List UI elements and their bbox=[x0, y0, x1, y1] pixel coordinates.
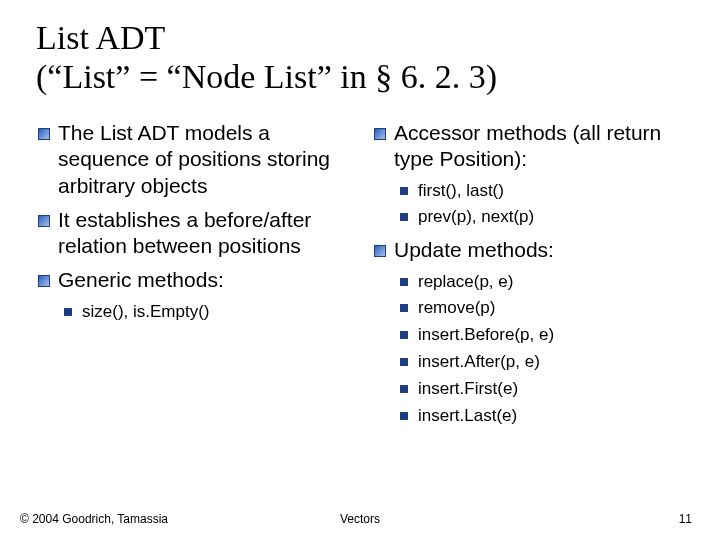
update-methods-list: replace(p, e) remove(p) insert.Before(p,… bbox=[394, 270, 696, 428]
list-item: insert.Before(p, e) bbox=[394, 323, 696, 347]
list-item: It establishes a before/after relation b… bbox=[36, 207, 360, 260]
content-columns: The List ADT models a sequence of positi… bbox=[36, 120, 684, 435]
slide-title: List ADT(“List” = “Node List” in § 6. 2.… bbox=[36, 18, 684, 96]
right-column: Accessor methods (all return type Positi… bbox=[372, 120, 696, 435]
left-column: The List ADT models a sequence of positi… bbox=[36, 120, 360, 435]
right-list: Accessor methods (all return type Positi… bbox=[372, 120, 696, 427]
list-item: The List ADT models a sequence of positi… bbox=[36, 120, 360, 199]
list-item-label: Update methods: bbox=[394, 238, 554, 261]
list-item: Update methods: replace(p, e) remove(p) … bbox=[372, 237, 696, 427]
list-item: insert.First(e) bbox=[394, 377, 696, 401]
list-item-label: Accessor methods (all return type Positi… bbox=[394, 121, 661, 170]
list-item: remove(p) bbox=[394, 296, 696, 320]
page-number: 11 bbox=[679, 512, 692, 526]
left-list: The List ADT models a sequence of positi… bbox=[36, 120, 360, 323]
list-item: Accessor methods (all return type Positi… bbox=[372, 120, 696, 229]
list-item: prev(p), next(p) bbox=[394, 205, 696, 229]
list-item-label: Generic methods: bbox=[58, 268, 224, 291]
list-item: first(), last() bbox=[394, 179, 696, 203]
list-item: replace(p, e) bbox=[394, 270, 696, 294]
generic-methods-list: size(), is.Empty() bbox=[58, 300, 360, 324]
list-item: Generic methods: size(), is.Empty() bbox=[36, 267, 360, 323]
footer-center: Vectors bbox=[340, 512, 380, 526]
list-item: insert.After(p, e) bbox=[394, 350, 696, 374]
copyright: © 2004 Goodrich, Tamassia bbox=[20, 512, 168, 526]
list-item: insert.Last(e) bbox=[394, 404, 696, 428]
slide: List ADT(“List” = “Node List” in § 6. 2.… bbox=[0, 0, 720, 435]
list-item: size(), is.Empty() bbox=[58, 300, 360, 324]
accessor-methods-list: first(), last() prev(p), next(p) bbox=[394, 179, 696, 230]
